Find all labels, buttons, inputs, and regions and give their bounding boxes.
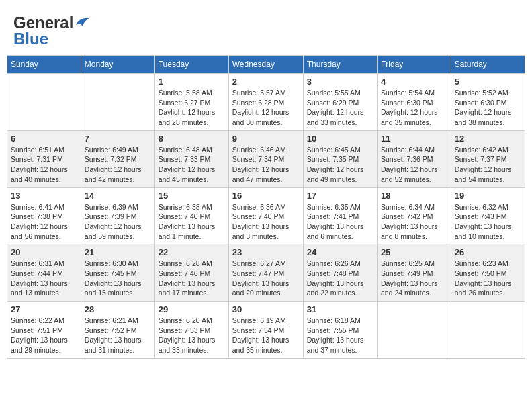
day-number: 6 <box>11 134 77 144</box>
calendar-cell: 25Sunrise: 6:25 AMSunset: 7:49 PMDayligh… <box>377 244 451 302</box>
calendar-cell: 16Sunrise: 6:36 AMSunset: 7:40 PMDayligh… <box>228 187 303 244</box>
calendar-cell: 17Sunrise: 6:35 AMSunset: 7:41 PMDayligh… <box>303 187 377 244</box>
calendar-cell: 2Sunrise: 5:57 AMSunset: 6:28 PMDaylight… <box>228 74 303 131</box>
logo: General Blue <box>13 13 89 48</box>
weekday-header-tuesday: Tuesday <box>154 56 228 74</box>
day-number: 27 <box>11 304 77 314</box>
day-info: Sunrise: 6:48 AMSunset: 7:33 PMDaylight:… <box>159 145 225 185</box>
calendar-cell: 1Sunrise: 5:58 AMSunset: 6:27 PMDaylight… <box>154 74 228 131</box>
weekday-header-monday: Monday <box>81 56 154 74</box>
day-number: 15 <box>159 191 225 201</box>
calendar-cell: 24Sunrise: 6:26 AMSunset: 7:48 PMDayligh… <box>303 244 377 302</box>
calendar-cell: 11Sunrise: 6:44 AMSunset: 7:36 PMDayligh… <box>377 130 451 187</box>
day-number: 19 <box>455 191 521 201</box>
calendar-cell: 30Sunrise: 6:19 AMSunset: 7:54 PMDayligh… <box>228 302 303 359</box>
day-info: Sunrise: 6:19 AMSunset: 7:54 PMDaylight:… <box>232 316 300 355</box>
day-info: Sunrise: 6:42 AMSunset: 7:37 PMDaylight:… <box>455 145 521 185</box>
weekday-header-row: SundayMondayTuesdayWednesdayThursdayFrid… <box>7 56 525 74</box>
day-info: Sunrise: 6:38 AMSunset: 7:40 PMDaylight:… <box>159 202 225 242</box>
calendar-cell <box>451 302 525 359</box>
day-number: 2 <box>232 77 300 87</box>
day-info: Sunrise: 6:30 AMSunset: 7:45 PMDaylight:… <box>85 259 151 298</box>
calendar-cell: 29Sunrise: 6:20 AMSunset: 7:53 PMDayligh… <box>154 302 228 359</box>
day-info: Sunrise: 5:57 AMSunset: 6:28 PMDaylight:… <box>232 88 300 128</box>
day-number: 10 <box>307 134 373 144</box>
weekday-header-thursday: Thursday <box>303 56 377 74</box>
day-number: 12 <box>455 134 521 144</box>
logo-bird-icon <box>75 15 89 28</box>
day-info: Sunrise: 6:28 AMSunset: 7:46 PMDaylight:… <box>159 259 225 298</box>
weekday-header-sunday: Sunday <box>7 56 81 74</box>
calendar-cell: 8Sunrise: 6:48 AMSunset: 7:33 PMDaylight… <box>154 130 228 187</box>
calendar-week-row: 20Sunrise: 6:31 AMSunset: 7:44 PMDayligh… <box>7 244 525 302</box>
calendar-week-row: 1Sunrise: 5:58 AMSunset: 6:27 PMDaylight… <box>7 74 525 131</box>
calendar-cell <box>81 74 154 131</box>
calendar-cell <box>377 302 451 359</box>
calendar-cell: 6Sunrise: 6:51 AMSunset: 7:31 PMDaylight… <box>7 130 81 187</box>
day-info: Sunrise: 6:44 AMSunset: 7:36 PMDaylight:… <box>381 145 447 185</box>
day-info: Sunrise: 6:45 AMSunset: 7:35 PMDaylight:… <box>307 145 373 185</box>
day-number: 30 <box>232 304 300 314</box>
calendar-cell: 5Sunrise: 5:52 AMSunset: 6:30 PMDaylight… <box>451 74 525 131</box>
logo-blue: Blue <box>13 30 48 48</box>
calendar-cell: 12Sunrise: 6:42 AMSunset: 7:37 PMDayligh… <box>451 130 525 187</box>
day-number: 1 <box>159 77 225 87</box>
day-number: 26 <box>455 247 521 257</box>
weekday-header-friday: Friday <box>377 56 451 74</box>
day-number: 25 <box>381 247 447 257</box>
calendar-cell: 9Sunrise: 6:46 AMSunset: 7:34 PMDaylight… <box>228 130 303 187</box>
day-number: 28 <box>85 304 151 314</box>
day-info: Sunrise: 6:34 AMSunset: 7:42 PMDaylight:… <box>381 202 447 242</box>
day-info: Sunrise: 6:41 AMSunset: 7:38 PMDaylight:… <box>11 202 77 242</box>
day-number: 31 <box>307 304 373 314</box>
calendar-cell: 14Sunrise: 6:39 AMSunset: 7:39 PMDayligh… <box>81 187 154 244</box>
day-info: Sunrise: 6:51 AMSunset: 7:31 PMDaylight:… <box>11 145 77 185</box>
calendar-table: SundayMondayTuesdayWednesdayThursdayFrid… <box>7 55 525 359</box>
day-number: 20 <box>11 247 77 257</box>
calendar-cell: 27Sunrise: 6:22 AMSunset: 7:51 PMDayligh… <box>7 302 81 359</box>
weekday-header-saturday: Saturday <box>451 56 525 74</box>
calendar-cell <box>7 74 81 131</box>
calendar-cell: 28Sunrise: 6:21 AMSunset: 7:52 PMDayligh… <box>81 302 154 359</box>
weekday-header-wednesday: Wednesday <box>228 56 303 74</box>
day-number: 7 <box>85 134 151 144</box>
day-info: Sunrise: 6:27 AMSunset: 7:47 PMDaylight:… <box>232 259 300 298</box>
day-info: Sunrise: 5:55 AMSunset: 6:29 PMDaylight:… <box>307 88 373 128</box>
calendar-cell: 3Sunrise: 5:55 AMSunset: 6:29 PMDaylight… <box>303 74 377 131</box>
day-number: 8 <box>159 134 225 144</box>
day-number: 5 <box>455 77 521 87</box>
calendar-week-row: 6Sunrise: 6:51 AMSunset: 7:31 PMDaylight… <box>7 130 525 187</box>
day-number: 29 <box>159 304 225 314</box>
calendar-cell: 21Sunrise: 6:30 AMSunset: 7:45 PMDayligh… <box>81 244 154 302</box>
day-number: 9 <box>232 134 300 144</box>
day-number: 16 <box>232 191 300 201</box>
calendar-cell: 13Sunrise: 6:41 AMSunset: 7:38 PMDayligh… <box>7 187 81 244</box>
day-info: Sunrise: 6:36 AMSunset: 7:40 PMDaylight:… <box>232 202 300 242</box>
calendar-cell: 20Sunrise: 6:31 AMSunset: 7:44 PMDayligh… <box>7 244 81 302</box>
day-number: 11 <box>381 134 447 144</box>
day-info: Sunrise: 6:32 AMSunset: 7:43 PMDaylight:… <box>455 202 521 242</box>
day-info: Sunrise: 6:25 AMSunset: 7:49 PMDaylight:… <box>381 259 447 298</box>
calendar-cell: 23Sunrise: 6:27 AMSunset: 7:47 PMDayligh… <box>228 244 303 302</box>
calendar-week-row: 13Sunrise: 6:41 AMSunset: 7:38 PMDayligh… <box>7 187 525 244</box>
day-info: Sunrise: 5:54 AMSunset: 6:30 PMDaylight:… <box>381 88 447 128</box>
day-number: 21 <box>85 247 151 257</box>
day-info: Sunrise: 6:23 AMSunset: 7:50 PMDaylight:… <box>455 259 521 298</box>
calendar-cell: 4Sunrise: 5:54 AMSunset: 6:30 PMDaylight… <box>377 74 451 131</box>
day-info: Sunrise: 6:21 AMSunset: 7:52 PMDaylight:… <box>85 316 151 355</box>
day-info: Sunrise: 6:22 AMSunset: 7:51 PMDaylight:… <box>11 316 77 355</box>
day-number: 4 <box>381 77 447 87</box>
day-number: 3 <box>307 77 373 87</box>
calendar-cell: 19Sunrise: 6:32 AMSunset: 7:43 PMDayligh… <box>451 187 525 244</box>
day-number: 13 <box>11 191 77 201</box>
day-info: Sunrise: 6:46 AMSunset: 7:34 PMDaylight:… <box>232 145 300 185</box>
day-info: Sunrise: 6:39 AMSunset: 7:39 PMDaylight:… <box>85 202 151 242</box>
day-info: Sunrise: 6:31 AMSunset: 7:44 PMDaylight:… <box>11 259 77 298</box>
calendar-cell: 26Sunrise: 6:23 AMSunset: 7:50 PMDayligh… <box>451 244 525 302</box>
calendar-cell: 31Sunrise: 6:18 AMSunset: 7:55 PMDayligh… <box>303 302 377 359</box>
day-number: 23 <box>232 247 300 257</box>
calendar-cell: 7Sunrise: 6:49 AMSunset: 7:32 PMDaylight… <box>81 130 154 187</box>
calendar-cell: 18Sunrise: 6:34 AMSunset: 7:42 PMDayligh… <box>377 187 451 244</box>
page-header: General Blue <box>7 7 525 52</box>
day-number: 18 <box>381 191 447 201</box>
